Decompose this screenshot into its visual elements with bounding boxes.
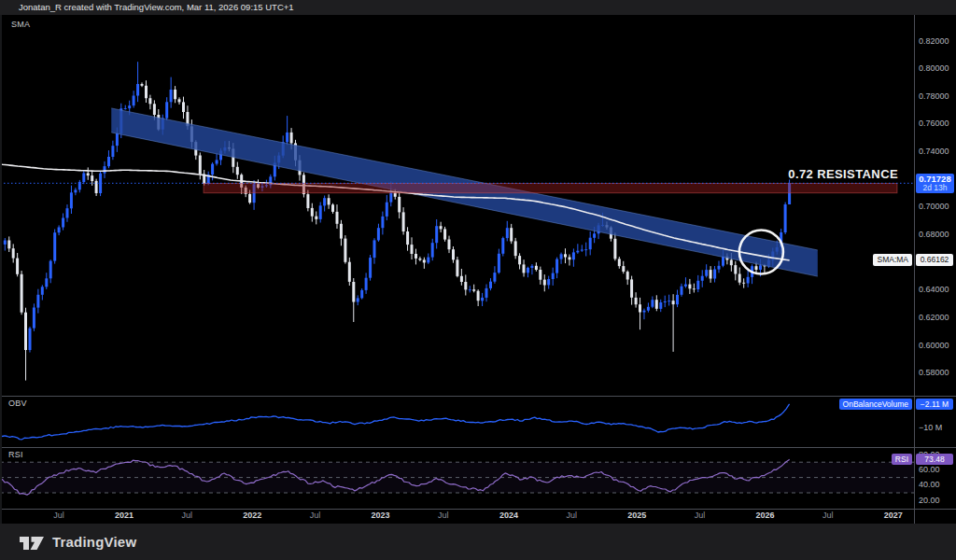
price-tick-label: 0.82000: [919, 36, 949, 47]
price-tick-label: 0.76000: [919, 119, 949, 129]
time-tick-label: Jul: [182, 511, 193, 521]
sma-value-badge: 0.66162: [916, 254, 953, 266]
time-tick-label: 2024: [499, 511, 518, 521]
time-tick-label: 2022: [243, 511, 261, 521]
chart-canvas[interactable]: [0, 0, 956, 560]
rsi-name-chip: RSI: [892, 454, 912, 465]
price-tick-label: 0.68000: [919, 230, 949, 240]
indicator-label-obv[interactable]: OBV: [8, 399, 27, 408]
last-price-badge: 0.71728 2d 13h: [916, 174, 954, 193]
tradingview-logo-icon: [19, 533, 45, 552]
time-tick-label: Jul: [310, 511, 321, 521]
rsi-tick-label: 20.00: [919, 496, 940, 506]
obv-tick-label: −10 M: [919, 423, 942, 433]
price-tick-label: 0.80000: [919, 63, 949, 74]
bar-countdown: 2d 13h: [916, 184, 954, 192]
sma-source-chip: SMA:MA: [873, 254, 912, 266]
time-tick-label: Jul: [53, 511, 64, 521]
price-tick-label: 0.60000: [919, 341, 949, 351]
tradingview-logo[interactable]: TradingView: [19, 533, 136, 552]
time-tick-label: Jul: [695, 511, 706, 521]
time-tick-label: Jul: [566, 511, 577, 521]
time-tick-label: Jul: [438, 511, 449, 521]
time-tick-label: 2025: [627, 511, 646, 521]
price-tick-label: 0.74000: [919, 147, 949, 157]
indicator-label-rsi[interactable]: RSI: [8, 450, 23, 459]
price-tick-label: 0.78000: [919, 91, 949, 102]
resistance-annotation-text: 0.72 RESISTANCE: [788, 167, 898, 181]
rsi-tick-label: 60.00: [919, 465, 940, 475]
time-tick-label: 2026: [755, 511, 774, 521]
price-tick-label: 0.64000: [919, 285, 949, 295]
price-tick-label: 0.58000: [919, 368, 949, 378]
indicator-label-sma[interactable]: SMA: [11, 20, 30, 29]
chart-frame-edge: [0, 15, 2, 524]
time-tick-label: Jul: [822, 511, 834, 521]
obv-name-chip: OnBalanceVolume: [839, 399, 912, 410]
tradingview-logo-text: TradingView: [52, 534, 136, 550]
footer-bar: TradingView: [0, 524, 956, 560]
rsi-tick-label: 40.00: [919, 480, 940, 490]
time-tick-label: 2021: [115, 511, 134, 521]
price-tick-label: 0.62000: [919, 313, 949, 323]
time-tick-label: 2023: [372, 511, 390, 521]
obv-value-badge: −2.11 M: [916, 399, 953, 410]
time-tick-label: 2027: [884, 511, 903, 521]
rsi-value-badge: 73.48: [916, 454, 953, 465]
price-tick-label: 0.70000: [919, 202, 949, 212]
